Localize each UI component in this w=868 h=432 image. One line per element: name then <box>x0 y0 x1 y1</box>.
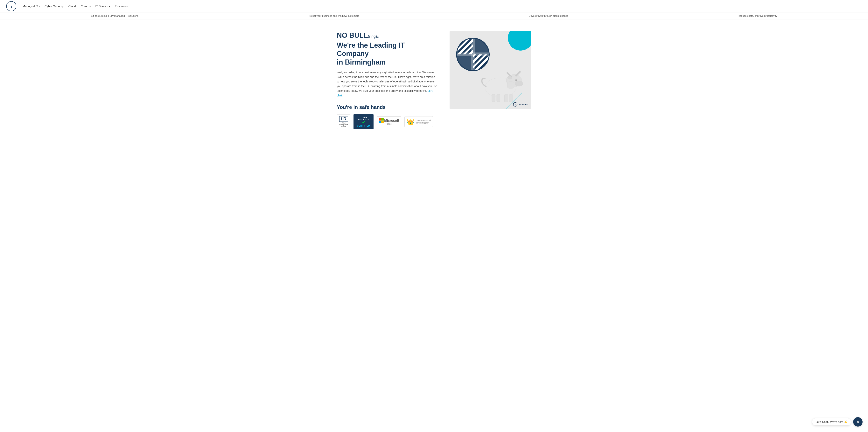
blue-circle-decoration <box>508 31 531 51</box>
nav-links: Managed IT ▾ Cyber Security Cloud Comms … <box>23 4 128 8</box>
svg-point-13 <box>515 81 523 86</box>
subheader-item-1: Protect your business and win new custom… <box>308 14 359 17</box>
crown-icon: 👑 <box>407 118 414 125</box>
ring-text: (ring) <box>368 34 377 38</box>
ilicomm-brand-footer: i ilicomm <box>513 102 528 106</box>
nobull-text: NO BULL <box>337 31 368 39</box>
svg-rect-18 <box>504 94 508 102</box>
subheader-item-2: Drive growth through digital change <box>529 14 568 17</box>
nav-item-cyber-security[interactable]: Cyber Security <box>44 4 64 8</box>
hero-title-line1: NO BULL(ring). <box>337 31 438 39</box>
svg-rect-20 <box>492 94 495 102</box>
logo[interactable]: i <box>6 1 16 11</box>
safe-hands-heading: You're in safe hands <box>337 104 438 110</box>
nav-link-resources[interactable]: Resources <box>115 4 128 8</box>
nav-item-managed-it[interactable]: Managed IT ▾ <box>23 4 40 8</box>
nav-item-resources[interactable]: Resources <box>115 4 128 8</box>
lr-badge: LR UKAS Management Systems <box>337 114 350 129</box>
subheader-item-0: Sit back, relax. Fully managed IT soluti… <box>91 14 138 17</box>
nav-item-cloud[interactable]: Cloud <box>68 4 76 8</box>
main-content: NO BULL(ring). We're the Leading IT Comp… <box>298 20 570 141</box>
nav-link-comms[interactable]: Comms <box>81 4 91 8</box>
nav-link-it-services[interactable]: IT Services <box>95 4 110 8</box>
svg-rect-21 <box>497 94 500 102</box>
hero-subtitle: We're the Leading IT Company in Birmingh… <box>337 41 438 66</box>
svg-rect-19 <box>509 94 513 102</box>
badges-row: LR UKAS Management Systems CYBER ESSENTI… <box>337 114 438 129</box>
left-column: NO BULL(ring). We're the Leading IT Comp… <box>337 31 438 129</box>
nav-link-managed-it[interactable]: Managed IT ▾ <box>23 4 40 8</box>
logo-letter: i <box>11 4 12 9</box>
nav-item-comms[interactable]: Comms <box>81 4 91 8</box>
hero-image: i ilicomm <box>450 31 531 109</box>
ilicomm-text: ilicomm <box>519 103 528 106</box>
nav-link-cloud[interactable]: Cloud <box>68 4 76 8</box>
cyber-essentials-badge: CYBER ESSENTIALS ✔ CERTIFIED <box>353 114 374 129</box>
ilicomm-logo-small: i <box>513 102 518 106</box>
svg-rect-17 <box>507 82 514 89</box>
chevron-down-icon: ▾ <box>39 5 40 7</box>
nav-link-cyber-security[interactable]: Cyber Security <box>44 4 64 8</box>
svg-point-23 <box>516 80 517 81</box>
svg-point-16 <box>507 76 512 79</box>
svg-rect-6 <box>473 37 490 55</box>
svg-rect-7 <box>455 55 473 72</box>
nav-item-it-services[interactable]: IT Services <box>95 4 110 8</box>
navbar: i Managed IT ▾ Cyber Security Cloud Comm… <box>0 0 868 12</box>
svg-rect-9 <box>455 53 490 56</box>
logo-circle: i <box>6 1 16 11</box>
subheader-item-3: Reduce costs, improve productivity <box>738 14 777 17</box>
hero-body-text: Well, according to our customers anyway!… <box>337 70 438 98</box>
right-column: i ilicomm <box>450 31 531 109</box>
microsoft-logo-icon <box>379 118 383 123</box>
microsoft-badge: Microsoft Partner <box>377 117 401 127</box>
crown-commercial-badge: 👑 Crown CommercialService Supplier <box>404 116 433 127</box>
subheader-bar: Sit back, relax. Fully managed IT soluti… <box>0 12 868 20</box>
bull-silhouette-image <box>475 64 526 103</box>
svg-rect-4 <box>455 37 473 55</box>
